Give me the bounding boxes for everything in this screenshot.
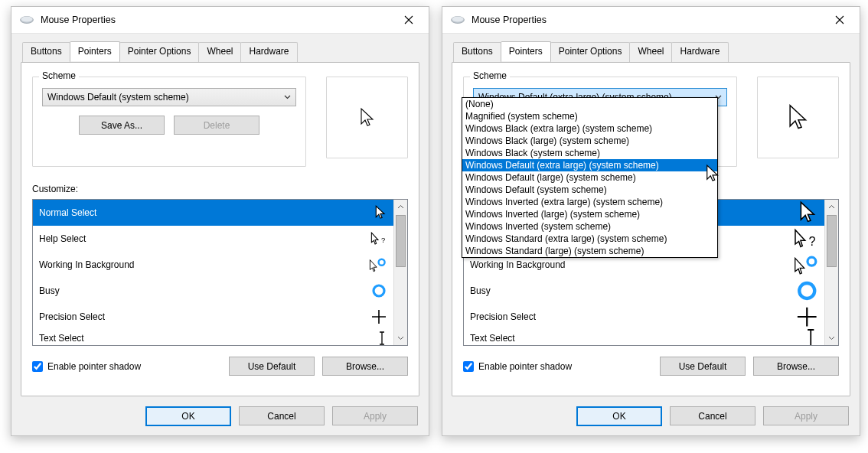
list-item-text-select[interactable]: Text Select [33,330,394,346]
tab-strip: Buttons Pointers Pointer Options Wheel H… [453,41,850,61]
list-item-working[interactable]: Working In Background [33,252,394,278]
list-item-precision[interactable]: Precision Select [33,304,394,330]
enable-shadow-input[interactable] [32,361,43,372]
scrollbar[interactable] [393,200,407,345]
tab-wheel[interactable]: Wheel [629,42,672,62]
tab-pointer-options[interactable]: Pointer Options [550,42,631,62]
scheme-option[interactable]: Windows Default (extra large) (system sc… [462,159,717,171]
ok-button[interactable]: OK [576,406,662,426]
scheme-option[interactable]: Windows Inverted (system scheme) [462,220,717,233]
scroll-down-icon[interactable] [825,331,838,345]
delete-button[interactable]: Delete [174,116,259,135]
list-item-label: Text Select [39,333,84,344]
svg-point-9 [799,283,814,298]
apply-button[interactable]: Apply [332,406,418,425]
list-item-label: Precision Select [470,311,536,322]
tab-buttons[interactable]: Buttons [22,42,70,62]
list-item-precision[interactable]: Precision Select [464,304,825,330]
client-area: Buttons Pointers Pointer Options Wheel H… [442,34,860,435]
enable-shadow-label: Enable pointer shadow [47,361,141,372]
scheme-option[interactable]: Windows Inverted (extra large) (system s… [462,196,717,208]
scheme-option[interactable]: Windows Default (system scheme) [462,184,717,196]
scheme-combobox[interactable]: Windows Default (system scheme) [42,88,296,106]
cursor-busy-icon [798,282,817,299]
scroll-up-icon[interactable] [825,200,838,213]
scroll-thumb[interactable] [827,215,837,267]
scroll-down-icon[interactable] [394,331,407,345]
list-item-busy[interactable]: Busy [464,278,825,304]
scheme-option[interactable]: Windows Black (system scheme) [462,147,717,159]
scroll-up-icon[interactable] [394,200,407,213]
tab-pointers[interactable]: Pointers [70,41,120,61]
pointer-preview [757,77,839,158]
svg-text:?: ? [381,236,385,245]
tab-buttons[interactable]: Buttons [453,42,501,62]
tab-wheel[interactable]: Wheel [198,42,241,62]
tab-page: Scheme Windows Default (system scheme) S… [21,62,419,396]
tab-pointer-options[interactable]: Pointer Options [119,42,200,62]
list-item-help-select[interactable]: Help Select ? [33,226,394,252]
enable-shadow-checkbox[interactable]: Enable pointer shadow [32,361,141,372]
scheme-option[interactable]: Windows Default (large) (system scheme) [462,171,717,184]
mouse-icon [450,15,465,24]
scheme-label: Scheme [470,70,510,81]
chevron-down-icon [284,95,291,99]
close-button[interactable] [826,9,853,31]
cursor-cross-icon [367,309,387,324]
ok-button[interactable]: OK [145,406,231,426]
window-title: Mouse Properties [472,15,826,25]
use-default-button[interactable]: Use Default [229,357,315,376]
list-item-label: Help Select [39,233,86,244]
cursor-arrow-icon [798,203,817,223]
window-title: Mouse Properties [41,15,395,25]
scheme-option[interactable]: (None) [462,98,717,110]
scheme-option[interactable]: Windows Standard (extra large) (system s… [462,233,717,245]
apply-button[interactable]: Apply [763,406,849,425]
list-item-label: Text Select [470,333,515,344]
scheme-option[interactable]: Windows Inverted (large) (system scheme) [462,208,717,220]
scroll-thumb[interactable] [396,215,406,267]
cursor-working-icon [367,257,387,272]
titlebar: Mouse Properties [11,7,429,34]
cursor-cross-icon [798,308,817,325]
cursor-working-icon [798,256,817,274]
close-button[interactable] [395,9,423,31]
cursor-arrow-icon [705,164,720,184]
cursor-ibeam-icon [798,330,817,346]
scrollbar[interactable] [824,200,838,345]
enable-shadow-input[interactable] [463,361,474,372]
scheme-option[interactable]: Windows Standard (large) (system scheme) [462,245,717,257]
use-default-button[interactable]: Use Default [660,357,746,376]
list-item-normal-select[interactable]: Normal Select [33,200,394,226]
save-as-button[interactable]: Save As... [79,116,165,135]
scheme-option[interactable]: Windows Black (large) (system scheme) [462,135,717,147]
cancel-button[interactable]: Cancel [670,406,755,425]
svg-point-4 [374,285,384,296]
list-item-label: Precision Select [39,311,105,322]
tab-strip: Buttons Pointers Pointer Options Wheel H… [22,41,419,61]
enable-shadow-checkbox[interactable]: Enable pointer shadow [463,361,572,372]
tab-pointers[interactable]: Pointers [501,41,551,61]
pointer-listbox[interactable]: Normal Select Help Select ? Working In B… [32,199,408,346]
scheme-dropdown-list[interactable]: (None)Magnified (system scheme)Windows B… [462,97,718,258]
scheme-option[interactable]: Magnified (system scheme) [462,110,717,122]
browse-button[interactable]: Browse... [753,357,839,376]
tab-hardware[interactable]: Hardware [671,42,728,62]
mouse-properties-dialog-closed: Mouse Properties Buttons Pointers Pointe… [11,6,429,436]
pointer-preview [326,77,408,158]
browse-button[interactable]: Browse... [322,357,408,376]
cursor-arrow-icon [787,103,810,132]
customize-label: Customize: [32,184,408,194]
cancel-button[interactable]: Cancel [239,406,325,425]
list-item-busy[interactable]: Busy [33,278,394,304]
cursor-arrow-icon [367,205,387,220]
cursor-ibeam-icon [367,331,387,346]
scheme-option[interactable]: Windows Black (extra large) (system sche… [462,122,717,135]
list-item-label: Busy [470,285,491,296]
close-icon [404,15,413,24]
list-item-text-select[interactable]: Text Select [464,330,825,346]
tab-hardware[interactable]: Hardware [240,42,297,62]
enable-shadow-label: Enable pointer shadow [478,361,572,372]
list-item-label: Busy [39,285,60,296]
cursor-help-icon: ? [798,230,817,248]
